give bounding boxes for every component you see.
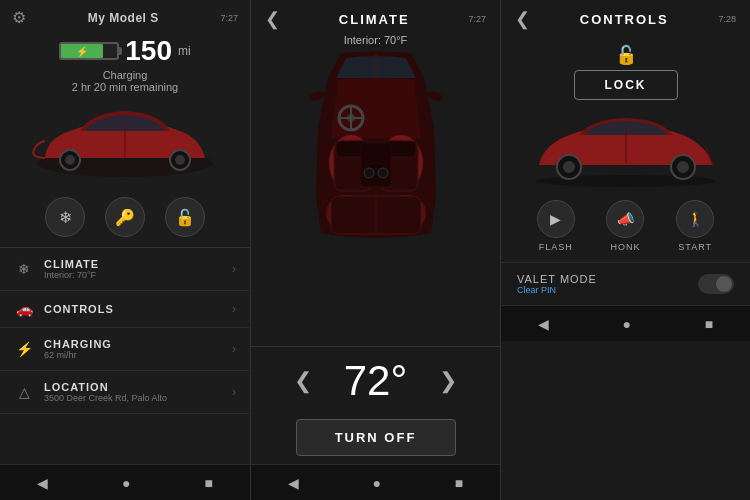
temp-degree: °	[390, 357, 407, 404]
quick-actions: ❄ 🔑 🔓	[0, 189, 250, 247]
home-nav-btn-p2[interactable]: ●	[363, 471, 391, 495]
home-nav-btn-p3[interactable]: ●	[613, 312, 641, 336]
valet-mode-label: VALET MODE	[517, 273, 597, 285]
charging-content: CHARGING 62 mi/hr	[44, 338, 232, 360]
battery-bolt-icon: ⚡	[76, 46, 88, 57]
chevron-right-icon: ›	[232, 262, 236, 276]
status-time-panel2: 7:27	[468, 14, 486, 24]
flash-icon: ▶	[550, 211, 561, 227]
climate-label: CLIMATE	[44, 258, 232, 270]
svg-point-31	[563, 161, 575, 173]
svg-point-25	[308, 90, 326, 103]
controls-panel: ❮ CONTROLS 7:28 🔓 LOCK	[500, 0, 750, 500]
charging-status: Charging	[0, 69, 250, 81]
back-button-controls[interactable]: ❮	[515, 8, 530, 30]
start-icon-wrap: 🚶	[676, 200, 714, 238]
back-nav-btn[interactable]: ◀	[27, 471, 58, 495]
lock-section: 🔓 LOCK	[501, 34, 750, 106]
car-side-svg	[521, 113, 731, 188]
honk-icon: 📣	[617, 211, 634, 227]
svg-rect-18	[361, 143, 391, 187]
mileage-unit: mi	[178, 44, 191, 58]
valet-toggle[interactable]	[698, 274, 734, 294]
controls-icon: 🚗	[14, 301, 34, 317]
vehicle-controls-row: ▶ FLASH 📣 HONK 🚶 START	[501, 194, 750, 262]
valet-mode-info: VALET MODE Clear PIN	[517, 273, 597, 295]
temp-number: 72	[344, 357, 391, 404]
chevron-right-icon-4: ›	[232, 385, 236, 399]
controls-menu-item[interactable]: 🚗 CONTROLS ›	[0, 291, 250, 328]
svg-point-20	[378, 168, 388, 178]
location-menu-item[interactable]: △ LOCATION 3500 Deer Creek Rd, Palo Alto…	[0, 371, 250, 414]
flash-control[interactable]: ▶ FLASH	[537, 200, 575, 252]
unlock-icon: 🔓	[175, 208, 195, 227]
car-image-panel1	[0, 99, 250, 189]
battery-container: ⚡	[59, 42, 119, 60]
panel2-header: ❮ CLIMATE 7:27	[251, 0, 500, 34]
chevron-right-icon-3: ›	[232, 342, 236, 356]
bottom-nav-panel1: ◀ ● ■	[0, 464, 250, 500]
menu-list: ❄ CLIMATE Interior: 70°F › 🚗 CONTROLS › …	[0, 247, 250, 464]
start-icon: 🚶	[687, 211, 704, 227]
svg-point-19	[364, 168, 374, 178]
home-nav-btn[interactable]: ●	[112, 471, 140, 495]
start-label: START	[678, 242, 712, 252]
turn-off-button[interactable]: TURN OFF	[296, 419, 456, 456]
location-content: LOCATION 3500 Deer Creek Rd, Palo Alto	[44, 381, 232, 403]
controls-label: CONTROLS	[44, 303, 232, 315]
bottom-nav-panel2: ◀ ● ■	[251, 464, 500, 500]
status-time-panel3: 7:28	[718, 14, 736, 24]
charging-icon: ⚡	[14, 341, 34, 357]
key-quick-btn[interactable]: 🔑	[105, 197, 145, 237]
climate-quick-btn[interactable]: ❄	[45, 197, 85, 237]
climate-panel: ❮ CLIMATE 7:27 Interior: 70°F	[250, 0, 500, 500]
climate-panel-title: CLIMATE	[280, 12, 468, 27]
charging-sub: 62 mi/hr	[44, 350, 232, 360]
key-icon: 🔑	[115, 208, 135, 227]
honk-icon-wrap: 📣	[606, 200, 644, 238]
location-label: LOCATION	[44, 381, 232, 393]
recents-nav-btn-p2[interactable]: ■	[445, 471, 473, 495]
back-nav-btn-p2[interactable]: ◀	[278, 471, 309, 495]
controls-content: CONTROLS	[44, 303, 232, 315]
bottom-nav-panel3: ◀ ● ■	[501, 305, 750, 341]
snowflake-icon: ❄	[59, 208, 72, 227]
temp-display: 72°	[344, 357, 408, 405]
chevron-right-icon-2: ›	[232, 302, 236, 316]
flash-label: FLASH	[539, 242, 573, 252]
lock-unlocked-icon: 🔓	[615, 44, 637, 66]
lock-button[interactable]: LOCK	[574, 70, 678, 100]
divider	[251, 346, 500, 347]
honk-label: HONK	[610, 242, 640, 252]
flash-icon-wrap: ▶	[537, 200, 575, 238]
recents-nav-btn-p3[interactable]: ■	[695, 312, 723, 336]
battery-fill: ⚡	[61, 44, 103, 58]
honk-control[interactable]: 📣 HONK	[606, 200, 644, 252]
svg-point-26	[426, 90, 444, 103]
temp-decrease-btn[interactable]: ❮	[286, 364, 320, 398]
climate-sub: Interior: 70°F	[44, 270, 232, 280]
controls-panel-title: CONTROLS	[530, 12, 718, 27]
climate-icon: ❄	[14, 261, 34, 277]
charging-label: CHARGING	[44, 338, 232, 350]
panel3-header: ❮ CONTROLS 7:28	[501, 0, 750, 34]
recents-nav-btn[interactable]: ■	[195, 471, 223, 495]
panel1-header: ⚙ My Model S 7:27	[0, 0, 250, 31]
car-side-view-area	[501, 110, 750, 190]
charging-menu-item[interactable]: ⚡ CHARGING 62 mi/hr ›	[0, 328, 250, 371]
clear-pin-link[interactable]: Clear PIN	[517, 285, 597, 295]
temp-increase-btn[interactable]: ❯	[431, 364, 465, 398]
status-time: 7:27	[220, 13, 238, 23]
back-button-climate[interactable]: ❮	[265, 8, 280, 30]
location-icon: △	[14, 384, 34, 400]
car-name-title: My Model S	[88, 11, 159, 25]
start-control[interactable]: 🚶 START	[676, 200, 714, 252]
car-top-view-area	[251, 48, 500, 344]
car-side-view-svg	[25, 103, 225, 185]
valet-mode-row: VALET MODE Clear PIN	[501, 262, 750, 305]
back-nav-btn-p3[interactable]: ◀	[528, 312, 559, 336]
climate-menu-item[interactable]: ❄ CLIMATE Interior: 70°F ›	[0, 248, 250, 291]
lock-quick-btn[interactable]: 🔓	[165, 197, 205, 237]
temp-control: ❮ 72° ❯	[251, 349, 500, 413]
gear-icon[interactable]: ⚙	[12, 8, 26, 27]
